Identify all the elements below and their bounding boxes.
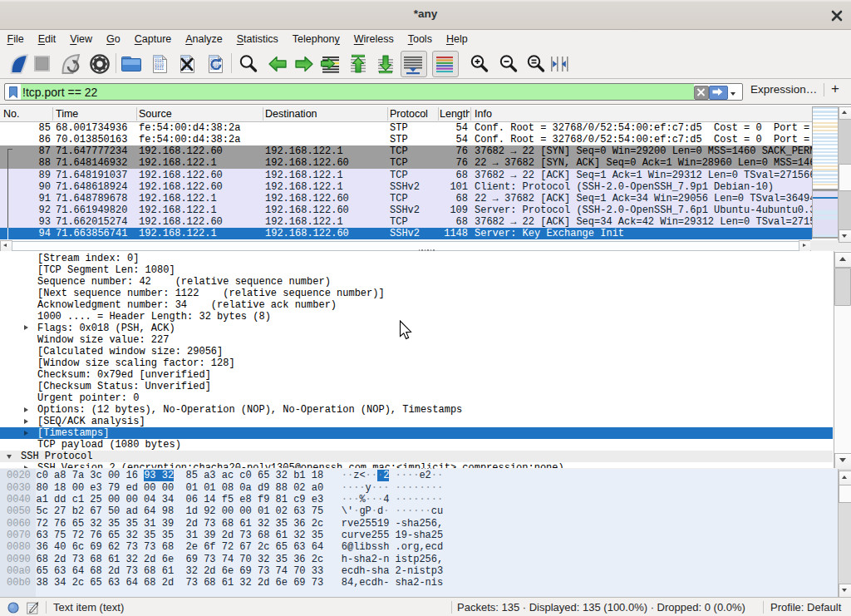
svg-text:0111: 0111: [155, 67, 164, 71]
